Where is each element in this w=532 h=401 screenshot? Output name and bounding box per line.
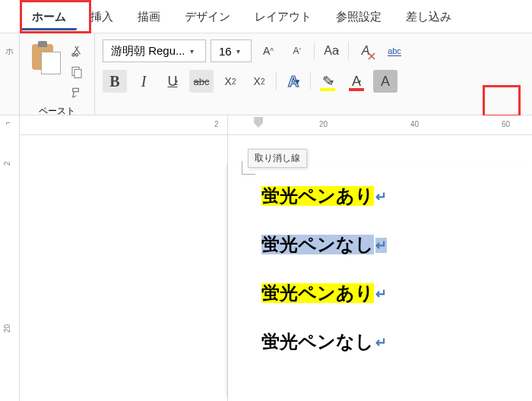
font-name-dropdown[interactable]: 游明朝 Regu... ▾ (103, 39, 206, 62)
tab-insert[interactable]: 挿入 (80, 2, 124, 30)
ribbon-tabs: ホーム 挿入 描画 デザイン レイアウト 参照設定 差し込み (0, 0, 532, 33)
highlight-button[interactable]: ✎▾ (315, 70, 340, 93)
clear-formatting-button[interactable]: A (353, 39, 378, 62)
character-shading-button[interactable]: A (373, 70, 397, 93)
svg-point-0 (72, 54, 74, 56)
strikethrough-button[interactable]: abc (189, 70, 214, 93)
page-gutter (20, 115, 228, 401)
horizontal-ruler[interactable]: 2 20 40 60 (228, 115, 532, 135)
tooltip-strikethrough: 取り消し線 (248, 149, 307, 168)
ruler-label: 40 (410, 120, 419, 128)
clipboard-group: ペースト (20, 33, 95, 115)
tab-home[interactable]: ホーム (21, 2, 77, 30)
paste-icon[interactable] (29, 39, 62, 76)
text-line[interactable]: 蛍光ペンあり↵ (260, 182, 388, 210)
indent-marker-icon[interactable] (254, 117, 263, 123)
change-case-button[interactable]: Aa▾ (319, 39, 344, 62)
bold-button[interactable]: B (103, 70, 127, 93)
shrink-font-button[interactable]: Aˇ (285, 39, 309, 62)
tab-design[interactable]: デザイン (174, 2, 241, 30)
chevron-down-icon: ▾ (190, 47, 194, 55)
superscript-button[interactable]: X2 (247, 70, 271, 93)
pilcrow-icon: ↵ (375, 335, 387, 350)
chevron-down-icon: ▾ (236, 47, 240, 55)
format-painter-icon[interactable] (68, 85, 85, 102)
text-line[interactable]: 蛍光ペンあり↵ (260, 279, 388, 307)
text-line-selected[interactable]: 蛍光ペンなし↵ (260, 231, 388, 258)
pilcrow-icon: ↵ (375, 238, 387, 253)
pilcrow-icon: ↵ (375, 189, 387, 204)
copy-icon[interactable] (68, 64, 85, 81)
tab-layout[interactable]: レイアウト (244, 2, 322, 30)
font-size-dropdown[interactable]: 16 ▾ (211, 39, 252, 62)
tab-draw[interactable]: 描画 (127, 2, 171, 30)
font-group: 游明朝 Regu... ▾ 16 ▾ A^ Aˇ Aa▾ A abc B I U… (95, 33, 414, 115)
tab-mailings[interactable]: 差し込み (395, 2, 462, 30)
svg-point-1 (75, 54, 78, 56)
pilcrow-icon: ↵ (375, 286, 387, 302)
font-size-value: 16 (219, 45, 232, 58)
text-line[interactable]: 蛍光ペンなし↵ (260, 328, 388, 355)
left-sliver: ホ (0, 33, 20, 115)
text-effects-button[interactable]: A▾ (281, 70, 306, 93)
vertical-ruler[interactable]: ⌐ 2 20 (0, 115, 20, 401)
italic-button[interactable]: I (131, 70, 156, 93)
ruler-label: 60 (502, 120, 510, 128)
underline-button[interactable]: U▾ (160, 70, 185, 93)
subscript-button[interactable]: X2 (218, 70, 242, 93)
svg-rect-3 (74, 69, 81, 77)
phonetic-guide-button[interactable]: abc (382, 39, 407, 62)
grow-font-button[interactable]: A^ (256, 39, 280, 62)
cut-icon[interactable] (68, 43, 85, 59)
document-body[interactable]: 蛍光ペンあり↵ 蛍光ペンなし↵ 蛍光ペンあり↵ 蛍光ペンなし↵ (260, 182, 388, 377)
ruler-label: 20 (319, 120, 328, 128)
ruler-label: 2 (214, 120, 219, 128)
font-color-button[interactable]: A▾ (344, 70, 369, 93)
tab-references[interactable]: 参照設定 (325, 2, 392, 30)
ribbon: ホ ペースト 游明朝 Regu... ▾ (0, 33, 532, 115)
font-name-value: 游明朝 Regu... (111, 44, 185, 58)
